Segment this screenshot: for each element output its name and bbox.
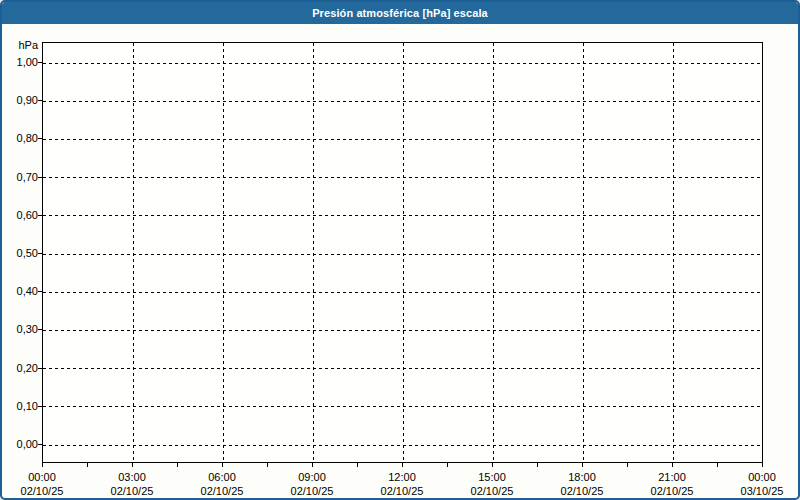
x-tick-date-label: 03/10/25 — [727, 485, 797, 498]
x-tick-time-label: 09:00 — [282, 471, 342, 484]
x-grid-line — [673, 43, 674, 462]
x-tick — [582, 463, 583, 467]
y-tick-label: 0,90 — [4, 93, 38, 107]
x-tick — [537, 463, 538, 467]
y-tick-label: 0,60 — [4, 208, 38, 222]
x-grid-line — [583, 43, 584, 462]
y-tick — [38, 444, 42, 445]
x-tick-date-label: 02/10/25 — [547, 485, 617, 498]
x-tick-date-label: 02/10/25 — [277, 485, 347, 498]
x-grid-line — [223, 43, 224, 462]
y-tick-label: 0,50 — [4, 246, 38, 260]
x-tick — [492, 463, 493, 467]
x-tick-time-label: 15:00 — [462, 471, 522, 484]
y-tick — [38, 177, 42, 178]
x-tick — [312, 463, 313, 467]
x-tick — [132, 463, 133, 467]
x-tick-date-label: 02/10/25 — [7, 485, 77, 498]
x-tick-time-label: 00:00 — [12, 471, 72, 484]
x-tick-time-label: 00:00 — [732, 471, 792, 484]
y-tick — [38, 368, 42, 369]
y-tick-label: 0,20 — [4, 361, 38, 375]
y-tick-label: 1,00 — [4, 55, 38, 69]
x-grid-line — [313, 43, 314, 462]
x-grid-line — [403, 43, 404, 462]
x-tick-date-label: 02/10/25 — [367, 485, 437, 498]
x-tick — [762, 463, 763, 467]
x-tick — [717, 463, 718, 467]
y-tick-label: 0,80 — [4, 131, 38, 145]
y-tick — [38, 215, 42, 216]
y-tick — [38, 138, 42, 139]
x-grid-line — [133, 43, 134, 462]
x-grid-line — [493, 43, 494, 462]
plot-area — [42, 42, 763, 463]
y-tick-label: 0,70 — [4, 170, 38, 184]
x-tick — [42, 463, 43, 467]
x-tick — [87, 463, 88, 467]
y-axis-unit-label: hPa — [4, 38, 38, 52]
y-tick — [38, 100, 42, 101]
y-tick-label: 0,40 — [4, 284, 38, 298]
x-tick-time-label: 03:00 — [102, 471, 162, 484]
x-tick — [402, 463, 403, 467]
x-tick-date-label: 02/10/25 — [457, 485, 527, 498]
x-tick — [447, 463, 448, 467]
y-tick — [38, 62, 42, 63]
x-tick — [222, 463, 223, 467]
x-tick-time-label: 21:00 — [642, 471, 702, 484]
x-tick-date-label: 02/10/25 — [187, 485, 257, 498]
y-tick — [38, 329, 42, 330]
y-tick — [38, 291, 42, 292]
y-tick-label: 0,30 — [4, 322, 38, 336]
y-tick — [38, 253, 42, 254]
x-tick-date-label: 02/10/25 — [97, 485, 167, 498]
y-tick — [38, 406, 42, 407]
y-tick-label: 0,00 — [4, 437, 38, 451]
x-tick — [267, 463, 268, 467]
y-tick-label: 0,10 — [4, 399, 38, 413]
chart-panel: Presión atmosférica [hPa] escala hPa 1,0… — [0, 0, 800, 500]
chart-title: Presión atmosférica [hPa] escala — [312, 7, 488, 19]
chart-title-bar: Presión atmosférica [hPa] escala — [2, 2, 798, 24]
x-tick-time-label: 12:00 — [372, 471, 432, 484]
x-tick-time-label: 06:00 — [192, 471, 252, 484]
x-tick — [357, 463, 358, 467]
x-tick — [177, 463, 178, 467]
x-tick — [627, 463, 628, 467]
x-tick — [672, 463, 673, 467]
x-tick-time-label: 18:00 — [552, 471, 612, 484]
x-tick-date-label: 02/10/25 — [637, 485, 707, 498]
